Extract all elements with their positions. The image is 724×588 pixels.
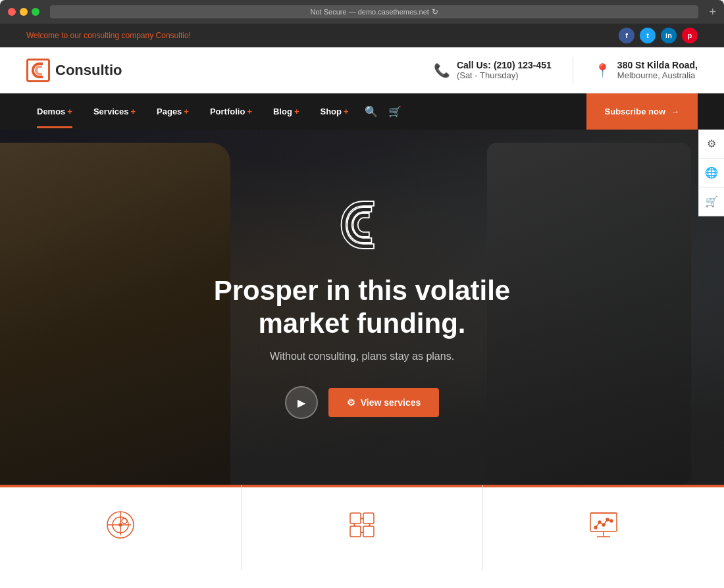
browser-window: Not Secure — demo.casethemes.net ↻ + Wel… xyxy=(0,0,724,588)
puzzle-icon xyxy=(344,506,380,549)
services-section xyxy=(0,485,724,570)
search-icon[interactable]: 🔍 xyxy=(365,105,378,118)
minimize-dot[interactable] xyxy=(20,8,28,16)
sidebar-cart-icon[interactable]: 🛒 xyxy=(699,187,724,216)
phone-icon: 📞 xyxy=(434,62,450,78)
phone-hours: (Sat - Thursday) xyxy=(457,70,519,80)
subscribe-arrow-icon: → xyxy=(671,107,679,116)
address-details: 380 St Kilda Road, Melbourne, Australia xyxy=(617,60,698,80)
play-icon: ▶ xyxy=(297,397,305,409)
social-links: f t in p xyxy=(619,28,698,43)
nav-shop[interactable]: Shop+ xyxy=(309,95,359,128)
facebook-icon[interactable]: f xyxy=(619,28,634,43)
service-card-1[interactable] xyxy=(0,485,242,570)
svg-point-4 xyxy=(122,518,127,524)
subscribe-button[interactable]: Subscribe now → xyxy=(586,93,698,130)
new-tab-button[interactable]: + xyxy=(709,6,716,18)
services-plus-icon: + xyxy=(130,107,136,116)
svg-point-18 xyxy=(610,520,613,522)
pages-plus-icon: + xyxy=(184,107,189,116)
nav-services[interactable]: Services+ xyxy=(83,95,146,128)
hero-person-right xyxy=(487,143,691,485)
hero-buttons: ▶ ⚙ View services xyxy=(214,386,510,419)
browser-chrome: Not Secure — demo.casethemes.net ↻ + xyxy=(0,0,724,24)
play-button[interactable]: ▶ xyxy=(285,386,318,419)
portfolio-plus-icon: + xyxy=(247,107,252,116)
view-services-button[interactable]: ⚙ View services xyxy=(328,388,440,417)
svg-point-14 xyxy=(594,526,597,529)
gear-icon: ⚙ xyxy=(347,397,355,408)
nav-pages[interactable]: Pages+ xyxy=(146,95,199,128)
subscribe-label: Subscribe now xyxy=(605,107,665,116)
url-text: Not Secure — demo.casethemes.net xyxy=(311,8,429,16)
demos-plus-icon: + xyxy=(67,107,72,116)
hero-title: Prosper in this volatile market funding. xyxy=(214,274,510,341)
cart-icon[interactable]: 🛒 xyxy=(388,105,401,118)
nav-portfolio[interactable]: Portfolio+ xyxy=(199,95,263,128)
blog-plus-icon: + xyxy=(294,107,299,116)
hero-person-left xyxy=(0,143,230,485)
welcome-text: Welcome to our consulting company xyxy=(26,31,156,40)
shop-plus-icon: + xyxy=(344,107,349,116)
svg-rect-9 xyxy=(363,526,374,537)
nav-items: Demos+ Services+ Pages+ Portfolio+ Blog+ xyxy=(26,95,586,128)
address-line1: 380 St Kilda Road, xyxy=(617,60,698,70)
header-contact: 📞 Call Us: (210) 123-451 (Sat - Thursday… xyxy=(434,57,698,84)
chart-circle-icon xyxy=(102,506,139,549)
website: Welcome to our consulting company Consul… xyxy=(0,24,724,588)
header-divider xyxy=(573,57,573,84)
svg-point-16 xyxy=(602,524,605,526)
hero-title-line2: market funding. xyxy=(258,308,465,339)
twitter-icon[interactable]: t xyxy=(640,28,656,43)
address-line2: Melbourne, Australia xyxy=(617,70,696,80)
hero-content: Prosper in this volatile market funding.… xyxy=(214,195,510,420)
navbar: Demos+ Services+ Pages+ Portfolio+ Blog+ xyxy=(0,93,724,130)
logo-text: Consultio xyxy=(55,62,122,79)
linkedin-icon[interactable]: in xyxy=(661,28,677,43)
phone-details: Call Us: (210) 123-451 (Sat - Thursday) xyxy=(457,60,552,80)
hero-section: Prosper in this volatile market funding.… xyxy=(0,130,724,485)
phone-number: Call Us: (210) 123-451 xyxy=(457,60,552,70)
top-bar: Welcome to our consulting company Consul… xyxy=(0,24,724,47)
sidebar-globe-icon[interactable]: 🌐 xyxy=(699,159,724,187)
address-contact: 📍 380 St Kilda Road, Melbourne, Australi… xyxy=(594,60,698,80)
hero-logo-icon xyxy=(332,195,392,255)
svg-rect-7 xyxy=(363,513,374,524)
brand-name-highlight: Consultio! xyxy=(156,31,191,40)
pinterest-icon[interactable]: p xyxy=(682,28,698,43)
svg-point-17 xyxy=(606,518,609,521)
nav-blog[interactable]: Blog+ xyxy=(263,95,309,128)
close-dot[interactable] xyxy=(8,8,16,16)
hero-subtitle: Without consulting, plans stay as plans. xyxy=(214,351,510,362)
reload-icon[interactable]: ↻ xyxy=(432,7,438,16)
service-card-2[interactable] xyxy=(242,485,483,570)
hero-title-line1: Prosper in this volatile xyxy=(214,275,510,306)
svg-rect-6 xyxy=(350,513,361,524)
service-card-3[interactable] xyxy=(483,485,724,570)
welcome-message: Welcome to our consulting company Consul… xyxy=(26,31,191,40)
logo-icon xyxy=(26,59,50,82)
svg-rect-8 xyxy=(350,526,361,537)
browser-dots xyxy=(8,8,39,16)
presentation-chart-icon xyxy=(585,506,622,549)
maximize-dot[interactable] xyxy=(32,8,39,16)
site-header: Consultio 📞 Call Us: (210) 123-451 (Sat … xyxy=(0,47,724,93)
location-icon: 📍 xyxy=(594,62,611,78)
nav-demos[interactable]: Demos+ xyxy=(26,95,83,128)
svg-point-5 xyxy=(119,524,122,526)
sidebar-settings-icon[interactable]: ⚙ xyxy=(699,130,724,159)
page-content: Demos+ Services+ Pages+ Portfolio+ Blog+ xyxy=(0,93,724,570)
logo[interactable]: Consultio xyxy=(26,59,122,82)
url-bar[interactable]: Not Secure — demo.casethemes.net ↻ xyxy=(50,5,698,18)
nav-utility-icons: 🔍 🛒 xyxy=(365,105,401,118)
services-btn-label: View services xyxy=(361,397,421,408)
phone-contact: 📞 Call Us: (210) 123-451 (Sat - Thursday… xyxy=(434,60,552,80)
sidebar-right: ⚙ 🌐 🛒 xyxy=(698,130,724,216)
svg-point-15 xyxy=(598,521,601,524)
